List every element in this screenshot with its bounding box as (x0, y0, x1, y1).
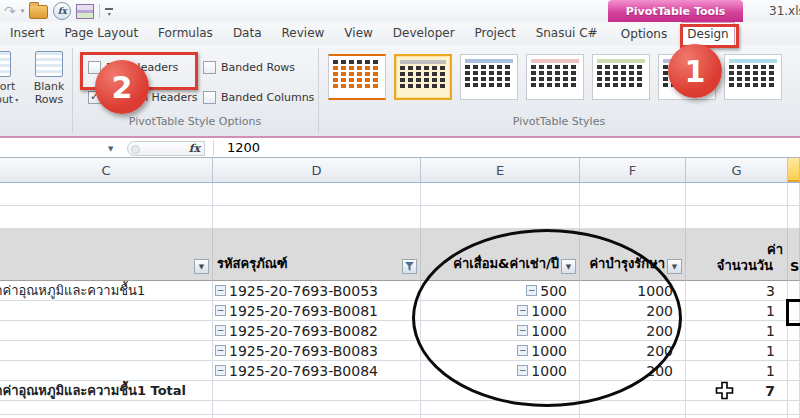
pivot-style-orange[interactable] (328, 54, 386, 100)
annotation-ellipse (412, 229, 682, 407)
contextual-tab-header: PivotTable Tools (608, 0, 743, 22)
cell-h[interactable] (788, 361, 800, 381)
cell-g[interactable]: 1 (686, 301, 788, 321)
tab-review[interactable]: Review (272, 22, 335, 45)
filter-funnel-icon[interactable] (402, 259, 417, 274)
cell-g[interactable]: 1 (686, 361, 788, 381)
selected-cell-border (786, 299, 800, 326)
column-header-h-selected[interactable] (788, 158, 800, 182)
cell-d[interactable]: −1925-20-7693-B0053 (213, 281, 421, 301)
worksheet: C D E F G ▼ รหัสครุภัณฑ์ (0, 158, 800, 418)
pivot-header-d[interactable]: รหัสครุภัณฑ์ (213, 229, 421, 281)
column-header-e[interactable]: E (421, 158, 580, 182)
collapse-icon[interactable]: − (215, 345, 226, 356)
banded-rows-checkbox[interactable] (203, 61, 216, 74)
collapse-icon[interactable]: − (215, 305, 226, 316)
tab-data[interactable]: Data (223, 22, 272, 45)
pivot-data-row: −1925-20-7693-B0084 −1000 200 1 (0, 361, 800, 381)
report-layout-button[interactable]: Report Layout▾ (0, 51, 20, 106)
pivot-header-g[interactable]: ค่า จำนวนวัน (686, 229, 788, 281)
empty-row[interactable] (0, 183, 800, 206)
column-header-f[interactable]: F (580, 158, 686, 182)
tab-options[interactable]: Options (612, 22, 676, 45)
tab-insert[interactable]: Insert (0, 22, 54, 45)
formula-bar-value[interactable]: 1200 (227, 140, 260, 155)
cell-g[interactable]: 1 (686, 321, 788, 341)
pivot-style-light-cyan[interactable] (724, 54, 782, 100)
cell-c[interactable] (0, 301, 213, 321)
group-label-style-options: PivotTable Style Options (72, 115, 318, 128)
collapse-icon[interactable]: − (215, 285, 226, 296)
report-layout-icon (0, 51, 11, 77)
formula-bar-separator (213, 140, 214, 156)
tab-formulas[interactable]: Formulas (148, 22, 223, 45)
annotation-badge-2: 2 (95, 60, 149, 114)
cell-c[interactable] (0, 341, 213, 361)
group-layout: Report Layout▾ Blank Rows (0, 45, 72, 133)
annotation-badge-1: 1 (668, 44, 722, 98)
group-label-styles: PivotTable Styles (318, 115, 800, 128)
empty-row[interactable] (0, 401, 800, 415)
empty-row[interactable] (0, 206, 800, 229)
collapse-icon[interactable]: − (215, 325, 226, 336)
folder-icon[interactable] (29, 5, 48, 19)
banded-columns-checkbox[interactable] (203, 91, 216, 104)
filter-dropdown-icon[interactable]: ▼ (194, 259, 209, 274)
filter-dropdown-icon[interactable]: ▼ (667, 259, 682, 274)
column-header-c[interactable]: C (0, 158, 213, 182)
pivot-style-light-gray[interactable] (394, 54, 452, 100)
cell-d[interactable]: −1925-20-7693-B0083 (213, 341, 421, 361)
tab-developer[interactable]: Developer (383, 22, 465, 45)
cell-h[interactable] (788, 341, 800, 361)
cell-h[interactable] (788, 381, 800, 401)
tab-view[interactable]: View (334, 22, 382, 45)
qat-separator (99, 4, 100, 18)
redo-icon[interactable]: ↷ (4, 3, 16, 19)
cell-d[interactable]: −1925-20-7693-B0084 (213, 361, 421, 381)
cell-c[interactable]: ดค่าอุณหภูมิและความชื้น1 (0, 281, 213, 301)
pivot-header-h[interactable]: Su (788, 229, 800, 281)
cell-h[interactable] (788, 281, 800, 301)
picture-icon[interactable] (76, 4, 94, 19)
pivot-total-row: ดค่าอุณหภูมิและความชื้น1 Total 7 (0, 381, 800, 401)
tab-project[interactable]: Project (465, 22, 526, 45)
collapse-icon[interactable]: − (215, 365, 226, 376)
cell-g[interactable]: 1 (686, 341, 788, 361)
cell-d[interactable]: −1925-20-7693-B0081 (213, 301, 421, 321)
tab-page-layout[interactable]: Page Layout (54, 22, 148, 45)
pivot-style-light-blue[interactable] (460, 54, 518, 100)
pivot-style-light-pink[interactable] (526, 54, 584, 100)
excel-window: ↷ ▾ fx ▾ PivotTable Tools 31.xls Insert … (0, 0, 800, 418)
checkbox-banded-columns[interactable]: Banded Columns (203, 91, 314, 104)
pivot-data-row: ดค่าอุณหภูมิและความชื้น1 −1925-20-7693-B… (0, 281, 800, 301)
more-commands-icon[interactable]: ▾ (105, 8, 113, 16)
column-header-g[interactable]: G (686, 158, 788, 182)
cell-g-total[interactable]: 7 (686, 381, 788, 401)
cell-c[interactable] (0, 361, 213, 381)
group-pivottable-styles: PivotTable Styles (318, 45, 800, 133)
blank-rows-icon (35, 51, 63, 77)
cell-d[interactable]: −1925-20-7693-B0082 (213, 321, 421, 341)
title-bar: ↷ ▾ fx ▾ PivotTable Tools 31.xls (0, 0, 800, 22)
formula-bar: ▼ fx 1200 (0, 138, 800, 158)
redo-dropdown-icon[interactable]: ▾ (21, 7, 25, 15)
pivot-style-light-green[interactable] (592, 54, 650, 100)
cell-cursor-icon (715, 381, 734, 404)
quick-access-toolbar: ↷ ▾ fx ▾ (4, 2, 113, 20)
cell-c[interactable] (0, 321, 213, 341)
collapse-dot-icon (131, 145, 140, 154)
checkbox-banded-rows[interactable]: Banded Rows (203, 61, 295, 74)
blank-rows-button[interactable]: Blank Rows (26, 51, 72, 106)
cell-d[interactable] (213, 381, 421, 401)
insert-function-icon[interactable]: fx (189, 142, 200, 155)
column-header-d[interactable]: D (213, 158, 421, 182)
pivot-data-row: −1925-20-7693-B0083 −1000 200 1 (0, 341, 800, 361)
cell-g[interactable]: 3 (686, 281, 788, 301)
name-box-dropdown-icon[interactable]: ▼ (108, 145, 113, 153)
pivot-header-c[interactable]: ▼ (0, 229, 213, 281)
column-header-row: C D E F G (0, 158, 800, 183)
cell-c-total[interactable]: ดค่าอุณหภูมิและความชื้น1 Total (0, 381, 213, 401)
tab-snasui[interactable]: Snasui C# (526, 22, 608, 45)
pivot-header-row: ▼ รหัสครุภัณฑ์ ค่าเสื่อม&ค่าเช่า/ปี ▼ ค่… (0, 229, 800, 281)
fx-search-icon[interactable]: fx (53, 2, 71, 20)
